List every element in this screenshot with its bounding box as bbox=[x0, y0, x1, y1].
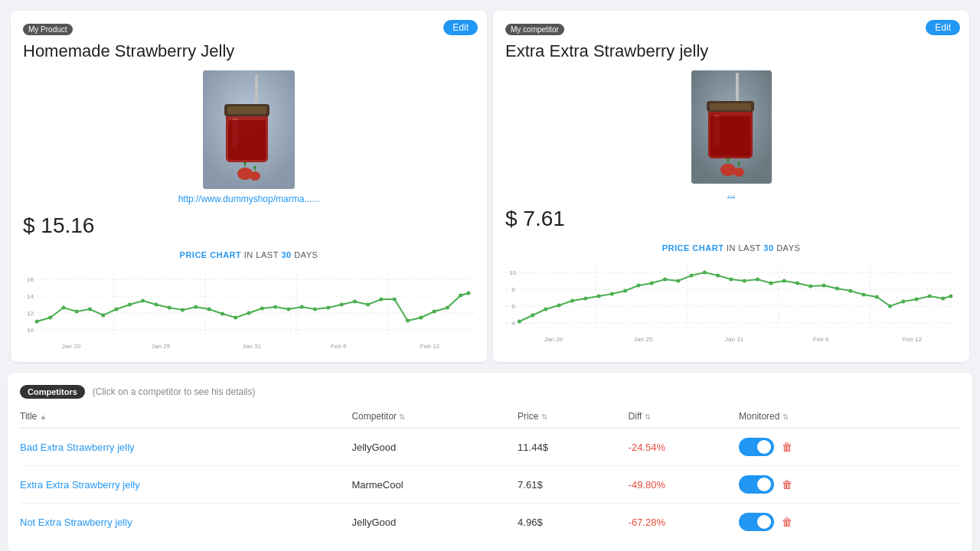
svg-point-40 bbox=[181, 308, 185, 312]
svg-point-102 bbox=[650, 282, 654, 285]
my-product-link[interactable]: http://www.dummyshop/marma...... bbox=[23, 194, 475, 204]
comp-chart-svg: 10 8 6 4 Jan 20 Jan 25 Jan 31 Feb 6 Feb … bbox=[505, 259, 957, 343]
svg-point-34 bbox=[101, 314, 105, 318]
row-1-title: Bad Extra Strawberry jelly bbox=[20, 442, 351, 453]
row-3-delete-icon[interactable]: 🗑 bbox=[782, 516, 792, 528]
row-2-delete-icon[interactable]: 🗑 bbox=[782, 478, 792, 491]
svg-text:12: 12 bbox=[27, 310, 34, 317]
diff-sort-icon[interactable]: ⇅ bbox=[645, 412, 651, 421]
svg-point-110 bbox=[756, 278, 760, 282]
monitored-sort-icon[interactable]: ⇅ bbox=[782, 412, 789, 421]
svg-point-53 bbox=[353, 300, 357, 304]
competitor-panel: My competitor Edit Extra Extra Strawberr… bbox=[493, 11, 969, 362]
svg-point-47 bbox=[273, 305, 277, 309]
table-row: Bad Extra Strawberry jelly JellyGood 11.… bbox=[20, 429, 960, 466]
comp-chart-in: IN LAST bbox=[727, 243, 763, 253]
title-sort-icon[interactable]: ▲ bbox=[40, 412, 47, 421]
competitor-title: Extra Extra Strawberry jelly bbox=[505, 41, 957, 61]
row-3-monitored: 🗑 bbox=[739, 513, 960, 531]
svg-point-43 bbox=[220, 312, 224, 316]
svg-point-93 bbox=[531, 314, 534, 318]
svg-point-51 bbox=[326, 306, 330, 310]
row-2-price: 7.61$ bbox=[518, 479, 628, 491]
my-product-edit-button[interactable]: Edit bbox=[443, 20, 478, 35]
row-3-toggle[interactable] bbox=[739, 513, 774, 531]
competitor-price: $ 7.61 bbox=[505, 207, 957, 231]
col-diff-label: Diff bbox=[629, 411, 642, 422]
svg-point-101 bbox=[636, 284, 640, 288]
svg-point-112 bbox=[782, 279, 786, 283]
col-title: Title ▲ bbox=[20, 411, 351, 422]
svg-point-54 bbox=[366, 303, 370, 307]
competitor-image-svg bbox=[691, 70, 772, 184]
svg-point-44 bbox=[234, 316, 237, 320]
svg-point-33 bbox=[88, 308, 92, 311]
competitors-header: Competitors (Click on a competitor to se… bbox=[20, 385, 960, 399]
competitor-chart: 10 8 6 4 Jan 20 Jan 25 Jan 31 Feb 6 Feb … bbox=[505, 259, 957, 343]
svg-text:14: 14 bbox=[27, 293, 34, 300]
comp-chart-title-text: PRICE CHART bbox=[662, 243, 724, 253]
svg-point-106 bbox=[703, 271, 707, 275]
row-3-toggle-slider bbox=[739, 513, 774, 531]
row-3-title-link[interactable]: Not Extra Strawberry jelly bbox=[20, 517, 132, 528]
svg-point-114 bbox=[808, 285, 812, 289]
row-2-title-link[interactable]: Extra Extra Strawberry jelly bbox=[20, 479, 140, 491]
svg-point-57 bbox=[406, 319, 410, 323]
competitor-badge: My competitor bbox=[505, 24, 564, 35]
table-row: Extra Extra Strawberry jelly MarmeCool 7… bbox=[20, 466, 960, 504]
svg-point-99 bbox=[610, 292, 614, 296]
competitor-sort-icon[interactable]: ⇅ bbox=[399, 412, 405, 421]
svg-text:10: 10 bbox=[27, 327, 34, 334]
row-1-title-link[interactable]: Bad Extra Strawberry jelly bbox=[20, 442, 135, 453]
row-1-delete-icon[interactable]: 🗑 bbox=[782, 441, 792, 453]
svg-text:Jan 20: Jan 20 bbox=[62, 343, 81, 350]
col-price: Price ⇅ bbox=[518, 411, 628, 422]
svg-point-92 bbox=[518, 320, 521, 324]
row-1-monitored: 🗑 bbox=[739, 438, 960, 456]
svg-point-29 bbox=[35, 320, 39, 324]
svg-point-121 bbox=[901, 300, 905, 304]
row-1-toggle[interactable] bbox=[739, 438, 774, 456]
svg-text:Feb 12: Feb 12 bbox=[903, 336, 923, 343]
my-chart-svg: 16 14 12 10 Jan 20 Jan 25 Jan 31 Feb 6 F… bbox=[23, 266, 475, 350]
svg-point-120 bbox=[888, 305, 892, 308]
comp-chart-days-suffix: DAYS bbox=[776, 243, 800, 253]
svg-text:Feb 12: Feb 12 bbox=[420, 343, 440, 350]
svg-text:Jan 31: Jan 31 bbox=[725, 336, 744, 343]
svg-point-37 bbox=[141, 299, 145, 303]
svg-point-108 bbox=[729, 278, 733, 282]
svg-point-61 bbox=[459, 294, 462, 298]
col-title-label: Title bbox=[20, 411, 37, 422]
my-product-chart-section: PRICE CHART IN LAST 30 DAYS bbox=[23, 250, 475, 350]
svg-text:10: 10 bbox=[509, 269, 517, 276]
svg-point-96 bbox=[570, 299, 574, 303]
row-1-toggle-slider bbox=[739, 438, 774, 456]
svg-point-115 bbox=[822, 284, 826, 288]
col-diff: Diff ⇅ bbox=[629, 411, 739, 422]
row-2-toggle[interactable] bbox=[739, 475, 774, 494]
competitor-link[interactable]: ... bbox=[505, 188, 957, 199]
svg-point-104 bbox=[676, 279, 680, 283]
competitor-chart-title: PRICE CHART IN LAST 30 DAYS bbox=[505, 243, 957, 253]
svg-point-94 bbox=[544, 308, 547, 311]
competitor-edit-button[interactable]: Edit bbox=[926, 20, 960, 35]
col-monitored: Monitored ⇅ bbox=[739, 411, 960, 422]
my-product-panel: My Product Edit Homemade Strawberry Jell… bbox=[11, 11, 487, 362]
svg-point-49 bbox=[300, 305, 304, 309]
svg-point-125 bbox=[949, 295, 952, 298]
row-1-diff: -24.54% bbox=[629, 442, 739, 453]
competitors-badge: Competitors bbox=[20, 385, 85, 399]
svg-point-32 bbox=[75, 310, 79, 314]
svg-point-95 bbox=[557, 304, 561, 308]
svg-point-45 bbox=[247, 311, 250, 315]
svg-point-109 bbox=[743, 279, 746, 283]
comp-chart-days: 30 bbox=[763, 243, 773, 253]
svg-text:4: 4 bbox=[511, 320, 515, 327]
svg-point-52 bbox=[340, 303, 344, 307]
price-sort-icon[interactable]: ⇅ bbox=[541, 412, 547, 421]
row-1-competitor: JellyGood bbox=[351, 442, 518, 453]
svg-point-117 bbox=[848, 289, 852, 293]
svg-point-59 bbox=[433, 310, 436, 314]
svg-point-103 bbox=[663, 278, 667, 282]
svg-point-41 bbox=[194, 305, 198, 309]
